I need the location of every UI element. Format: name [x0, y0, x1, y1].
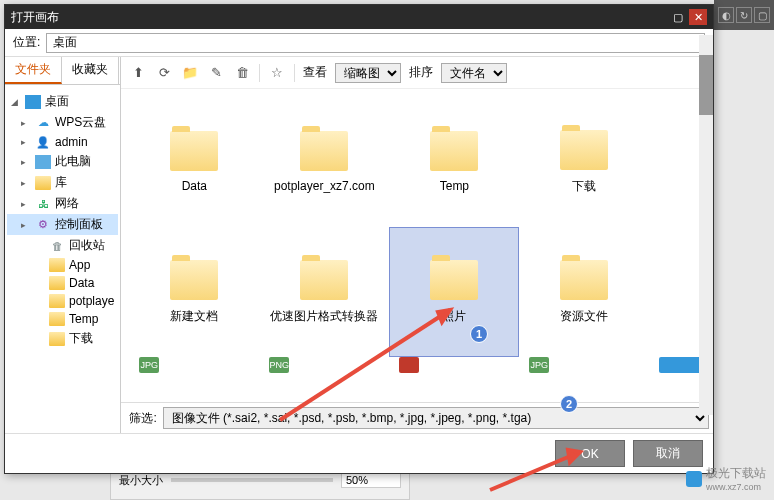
- tree-item-app[interactable]: App: [7, 256, 118, 274]
- tree-item-data[interactable]: Data: [7, 274, 118, 292]
- open-canvas-dialog: 打开画布 ▢ ✕ 位置: 文件夹 收藏夹 ◢桌面 ▸☁WPS云盘 ▸👤admin…: [4, 4, 714, 474]
- folder-item[interactable]: Temp: [389, 97, 519, 227]
- tree-item-potplayer[interactable]: potplaye: [7, 292, 118, 310]
- folder-icon: [430, 131, 478, 171]
- edit-icon[interactable]: ✎: [207, 64, 225, 82]
- folder-icon: [560, 130, 608, 170]
- folder-icon: [430, 260, 478, 300]
- filter-select[interactable]: 图像文件 (*.sai2, *.sai, *.psd, *.psb, *.bmp…: [163, 407, 710, 429]
- close-button[interactable]: ✕: [689, 9, 707, 25]
- tree-item-lib[interactable]: ▸库: [7, 172, 118, 193]
- dialog-title: 打开画布: [11, 9, 669, 26]
- maximize-button[interactable]: ▢: [669, 9, 687, 25]
- folder-icon: [300, 131, 348, 171]
- tree-item-control-panel[interactable]: ▸⚙控制面板: [7, 214, 118, 235]
- sort-select[interactable]: 文件名: [441, 63, 507, 83]
- tab-folders[interactable]: 文件夹: [5, 57, 62, 84]
- sidebar: 文件夹 收藏夹 ◢桌面 ▸☁WPS云盘 ▸👤admin ▸此电脑 ▸库 ▸🖧网络…: [5, 57, 121, 433]
- tree-item-network[interactable]: ▸🖧网络: [7, 193, 118, 214]
- folder-item-selected[interactable]: 照片: [389, 227, 519, 357]
- toolbar: ⬆ ⟳ 📁 ✎ 🗑 ☆ 查看 缩略图 排序 文件名: [121, 57, 713, 89]
- background-window-controls: ◐ ↻ ▢: [714, 0, 774, 30]
- jpg-icon[interactable]: JPG: [139, 357, 159, 373]
- tree-item-temp[interactable]: Temp: [7, 310, 118, 328]
- sidebar-tabs: 文件夹 收藏夹: [5, 57, 120, 85]
- filter-label: 筛选:: [129, 410, 156, 427]
- tree-item-pc[interactable]: ▸此电脑: [7, 151, 118, 172]
- jpg-icon[interactable]: JPG: [529, 357, 549, 373]
- button-row: OK 取消: [5, 433, 713, 473]
- scrollbar-vertical[interactable]: [699, 35, 713, 415]
- tab-favorites[interactable]: 收藏夹: [62, 57, 119, 84]
- location-row: 位置:: [5, 29, 713, 57]
- new-folder-icon[interactable]: 📁: [181, 64, 199, 82]
- up-icon[interactable]: ⬆: [129, 64, 147, 82]
- min-size-value[interactable]: [341, 472, 401, 488]
- titlebar: 打开画布 ▢ ✕: [5, 5, 713, 29]
- tree-item-recycle[interactable]: 🗑回收站: [7, 235, 118, 256]
- tree-item-wps[interactable]: ▸☁WPS云盘: [7, 112, 118, 133]
- bg-btn[interactable]: ◐: [718, 7, 734, 23]
- folder-item[interactable]: 新建文档: [129, 227, 259, 357]
- refresh-icon[interactable]: ⟳: [155, 64, 173, 82]
- bg-btn[interactable]: ↻: [736, 7, 752, 23]
- content-area: ⬆ ⟳ 📁 ✎ 🗑 ☆ 查看 缩略图 排序 文件名 Data potplayer…: [121, 57, 713, 433]
- slider-track[interactable]: [171, 478, 333, 482]
- folder-icon: [300, 260, 348, 300]
- watermark-logo-icon: [686, 471, 702, 487]
- ok-button[interactable]: OK: [555, 440, 625, 467]
- folder-icon: [560, 260, 608, 300]
- location-label: 位置:: [13, 34, 40, 51]
- folder-icon: [170, 131, 218, 171]
- folder-tree: ◢桌面 ▸☁WPS云盘 ▸👤admin ▸此电脑 ▸库 ▸🖧网络 ▸⚙控制面板 …: [5, 85, 120, 433]
- png-icon[interactable]: PNG: [269, 357, 289, 373]
- folder-item[interactable]: 优速图片格式转换器: [259, 227, 389, 357]
- location-input[interactable]: [46, 33, 705, 53]
- min-size-label: 最小大小: [119, 473, 163, 488]
- folder-item[interactable]: 下载: [519, 97, 649, 227]
- folder-item[interactable]: 资源文件: [519, 227, 649, 357]
- watermark-text: 极光下载站: [706, 465, 766, 482]
- filter-row: 筛选: 图像文件 (*.sai2, *.sai, *.psd, *.psb, *…: [121, 402, 713, 433]
- folder-item[interactable]: Data: [129, 97, 259, 227]
- folder-item[interactable]: potplayer_xz7.com: [259, 97, 389, 227]
- view-select[interactable]: 缩略图: [335, 63, 401, 83]
- tree-item-admin[interactable]: ▸👤admin: [7, 133, 118, 151]
- bg-btn[interactable]: ▢: [754, 7, 770, 23]
- delete-icon[interactable]: 🗑: [233, 64, 251, 82]
- tree-item-desktop[interactable]: ◢桌面: [7, 91, 118, 112]
- star-icon[interactable]: ☆: [268, 64, 286, 82]
- cancel-button[interactable]: 取消: [633, 440, 703, 467]
- tree-item-download[interactable]: 下载: [7, 328, 118, 349]
- watermark: 极光下载站 www.xz7.com: [686, 465, 766, 492]
- file-icon[interactable]: [399, 357, 419, 373]
- view-label: 查看: [303, 64, 327, 81]
- sort-label: 排序: [409, 64, 433, 81]
- file-grid: Data potplayer_xz7.com Temp 下载 新建文档 优速图片…: [121, 89, 713, 402]
- folder-icon: [170, 260, 218, 300]
- watermark-url: www.xz7.com: [706, 482, 766, 492]
